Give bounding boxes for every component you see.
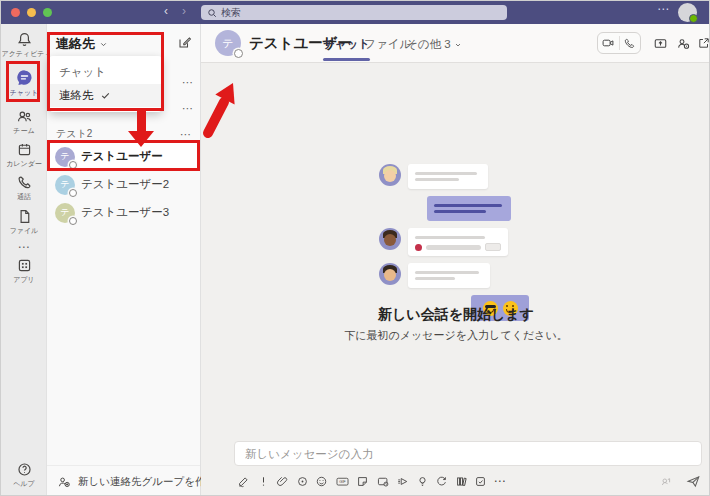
search-bar[interactable]	[201, 5, 507, 20]
format-icon[interactable]	[237, 475, 250, 488]
chevron-down-icon	[454, 41, 462, 49]
dropdown-item-contacts[interactable]: 連絡先	[49, 84, 162, 107]
compose-send-area	[660, 474, 701, 489]
person-add-icon	[57, 475, 71, 489]
loop-component-icon[interactable]	[296, 475, 309, 488]
calendar-icon	[16, 141, 33, 158]
pane-filter-dropdown: チャット 連絡先	[49, 56, 162, 112]
contact-row[interactable]: テ テストユーザー3	[49, 199, 199, 226]
group-menu-button[interactable]: ⋯	[182, 102, 194, 115]
macos-minimize-button[interactable]	[27, 8, 36, 17]
chat-bubble-icon	[15, 68, 34, 87]
contact-avatar: テ	[55, 203, 75, 223]
group-menu-button[interactable]: ⋯	[182, 76, 194, 89]
teams-window: ‹ › ⋯ アクティビティ チャット チーム カレンダー	[0, 0, 710, 496]
presence-offline-icon	[234, 49, 243, 58]
rail-item-chat[interactable]: チャット	[1, 68, 47, 98]
annotation-arrow-down	[137, 110, 146, 132]
message-input[interactable]	[235, 448, 701, 460]
add-people-button[interactable]	[676, 36, 691, 51]
emoji-icon[interactable]	[315, 475, 328, 488]
profile-avatar[interactable]	[678, 3, 697, 22]
rail-item-teams[interactable]: チーム	[1, 108, 47, 136]
rail-item-more[interactable]: ⋯	[1, 240, 47, 254]
chevron-down-icon	[99, 40, 108, 49]
sticker-icon[interactable]	[356, 475, 369, 488]
delivery-options-icon[interactable]	[257, 475, 270, 488]
rail-item-apps[interactable]: アプリ	[1, 257, 47, 285]
contact-group-header[interactable]: テスト2 ⋯	[56, 127, 192, 141]
nav-forward-icon[interactable]: ›	[177, 4, 191, 18]
contact-avatar: テ	[55, 175, 75, 195]
dropdown-item-chat[interactable]: チャット	[49, 61, 162, 84]
teams-people-icon	[16, 108, 33, 125]
video-call-button[interactable]	[598, 36, 619, 50]
pane-title-label: 連絡先	[56, 35, 95, 53]
attach-icon[interactable]	[276, 475, 289, 488]
annotation-arrow-down-head	[128, 131, 154, 147]
rail-item-calls[interactable]: 通話	[1, 174, 47, 202]
chat-avatar: テ	[215, 30, 241, 56]
compose-more-button[interactable]: ⋯	[494, 474, 507, 488]
gif-icon[interactable]: GIF	[335, 475, 350, 488]
rail-item-files[interactable]: ファイル	[1, 208, 47, 236]
empty-chat-illustration	[379, 164, 539, 321]
search-input[interactable]	[221, 7, 501, 18]
contact-avatar: テ	[55, 147, 75, 167]
help-icon	[16, 461, 33, 478]
compose-toolbar: GIF ⋯	[237, 474, 507, 488]
group-menu-button[interactable]: ⋯	[180, 128, 192, 141]
titlebar-more-button[interactable]: ⋯	[657, 2, 670, 16]
titlebar: ‹ › ⋯	[1, 1, 710, 24]
empty-state-title: 新しい会話を開始します	[201, 306, 710, 324]
nav-back-icon[interactable]: ‹	[159, 4, 173, 18]
message-compose-box[interactable]	[234, 441, 702, 466]
svg-text:GIF: GIF	[339, 479, 346, 484]
send-icon[interactable]	[686, 474, 701, 489]
tab-more[interactable]: その他 3	[406, 37, 462, 52]
file-icon	[16, 208, 33, 225]
empty-state-subtitle: 下に最初のメッセージを入力してください。	[201, 328, 710, 343]
schedule-send-icon[interactable]	[435, 475, 448, 488]
presence-offline-icon	[69, 189, 77, 197]
presence-offline-icon	[69, 161, 77, 169]
chat-main: テ テストユーザー チャット ファイル その他 3	[201, 24, 710, 496]
macos-close-button[interactable]	[11, 8, 20, 17]
video-clip-icon[interactable]	[376, 475, 390, 488]
tab-files[interactable]: ファイル	[364, 37, 411, 52]
meet-now-icon[interactable]	[660, 476, 672, 488]
search-icon	[207, 8, 217, 18]
rail-item-activity[interactable]: アクティビティ	[1, 31, 47, 59]
chat-header: テ テストユーザー チャット ファイル その他 3	[201, 24, 710, 63]
share-flow-icon[interactable]	[396, 475, 409, 488]
pane-filter-trigger[interactable]: 連絡先	[56, 35, 108, 53]
screen-share-button[interactable]	[653, 36, 668, 51]
new-chat-button[interactable]	[177, 35, 192, 50]
illustration-avatar	[379, 228, 401, 250]
app-rail: アクティビティ チャット チーム カレンダー 通話 ファイル ⋯ アプリ	[1, 24, 47, 496]
praise-icon[interactable]	[416, 475, 429, 488]
presence-offline-icon	[69, 217, 77, 225]
group-name: テスト2	[56, 127, 92, 141]
call-button-group	[597, 32, 641, 54]
illustration-avatar	[379, 263, 401, 285]
contact-row[interactable]: テ テストユーザー	[49, 143, 199, 170]
rail-item-help[interactable]: ヘルプ	[1, 461, 47, 489]
bell-icon	[16, 31, 33, 48]
viva-learning-icon[interactable]	[455, 475, 468, 488]
create-contact-group-button[interactable]: 新しい連絡先グループを作成	[47, 465, 200, 496]
illustration-avatar	[379, 164, 401, 186]
approvals-icon[interactable]	[474, 475, 487, 488]
contacts-pane: 連絡先 ⋯ ⋯ テスト2 ⋯ テ テストユーザー テ テストユーザー2 テ テス…	[47, 24, 201, 496]
rail-item-calendar[interactable]: カレンダー	[1, 141, 47, 169]
macos-zoom-button[interactable]	[43, 8, 52, 17]
phone-icon	[16, 174, 33, 191]
popout-chat-button[interactable]	[697, 36, 710, 50]
contact-row[interactable]: テ テストユーザー2	[49, 171, 199, 198]
check-icon	[100, 90, 111, 101]
apps-grid-icon	[16, 257, 33, 274]
audio-call-button[interactable]	[620, 37, 641, 50]
